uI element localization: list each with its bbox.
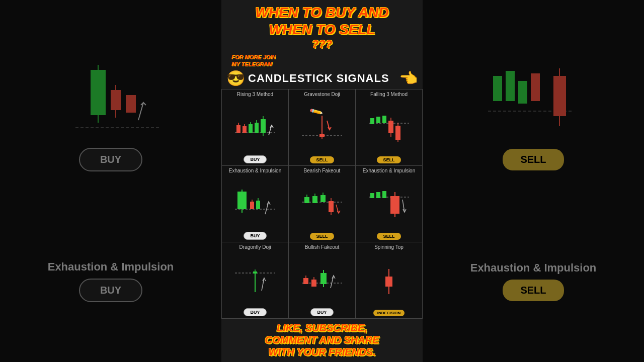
svg-rect-74 — [311, 280, 316, 287]
svg-rect-30 — [319, 134, 325, 137]
cell-title-6: Dragonfly Doji — [239, 244, 271, 250]
svg-rect-19 — [243, 126, 247, 133]
svg-rect-17 — [236, 125, 240, 133]
svg-rect-11 — [531, 73, 540, 101]
bg-right-label: Exhaustion & Impulsion — [470, 261, 597, 275]
candle-area-1: ✏️ — [291, 99, 353, 155]
top-text-area: WHEN TO BUY AND WHEN TO SELL ??? — [221, 0, 423, 53]
svg-rect-64 — [390, 196, 399, 214]
btn-8[interactable]: INDECISION — [373, 310, 405, 316]
bg-left-label: Exhaustion & Impulsion — [48, 260, 174, 274]
svg-rect-51 — [304, 197, 309, 203]
svg-rect-69 — [253, 272, 257, 274]
svg-rect-61 — [370, 193, 374, 198]
header-line1: WHEN TO BUY AND — [226, 4, 418, 21]
bottom-text-area: LIKE, SUBSCRIBE, COMMENT AND SHARE WITH … — [221, 319, 423, 362]
svg-rect-63 — [382, 191, 386, 198]
cell-title-4: Bearish Fakeout — [304, 168, 341, 173]
cell-dragonfly-doji: Dragonfly Doji BUY — [222, 242, 289, 319]
bg-sell-button-2: SELL — [503, 280, 564, 301]
candle-area-4 — [291, 175, 353, 232]
btn-4[interactable]: SELL — [310, 233, 334, 240]
svg-rect-43 — [237, 192, 247, 209]
svg-rect-57 — [329, 201, 334, 212]
svg-rect-9 — [506, 71, 515, 101]
subscribe-line2: COMMENT AND SHARE — [225, 334, 419, 346]
svg-rect-0 — [91, 70, 106, 115]
svg-rect-46 — [250, 202, 254, 209]
cell-title-3: Exhaustion & Impulsion — [229, 168, 282, 173]
cell-bullish-fakeout: Bullish Fakeout BUY — [289, 242, 356, 319]
btn-5[interactable]: SELL — [377, 233, 400, 240]
bg-buy-button-2: BUY — [79, 279, 142, 302]
cool-emoji: 😎 — [226, 69, 245, 87]
svg-rect-3 — [111, 90, 121, 110]
header-row: 😎 CANDLESTICK SIGNALS 👈 — [221, 68, 423, 89]
svg-rect-36 — [388, 121, 393, 133]
cell-title-7: Bullish Fakeout — [305, 244, 339, 250]
candle-area-8 — [358, 251, 420, 309]
header-line3: ??? — [226, 38, 418, 51]
candle-area-7 — [291, 251, 353, 307]
cell-title-0: Rising 3 Method — [237, 92, 273, 97]
pointing-hand-icon: 👈 — [399, 69, 418, 87]
svg-rect-33 — [370, 118, 374, 124]
cell-rising-3-method: Rising 3 Method — [222, 89, 289, 166]
background-left: BUY Exhaustion & Impulsion BUY — [0, 0, 221, 362]
header-line2: WHEN TO SELL — [226, 21, 418, 38]
cell-exhaustion-buy: Exhaustion & Impulsion BUY — [222, 166, 289, 242]
cell-gravestone-doji: Gravestone Doji ✏️ SELL — [289, 89, 356, 166]
subscribe-line3: WITH YOUR FRIENDS. — [225, 346, 419, 358]
svg-rect-23 — [255, 123, 259, 133]
btn-7[interactable]: BUY — [310, 308, 333, 316]
btn-1[interactable]: SELL — [310, 156, 334, 163]
svg-rect-48 — [256, 201, 260, 209]
svg-rect-10 — [518, 81, 527, 104]
telegram-text: FOR MORE JOIN MY TELEGRAM — [231, 53, 276, 68]
subscribe-line1: LIKE, SUBSCRIBE, — [225, 322, 419, 334]
candle-area-3 — [224, 175, 286, 231]
cell-exhaustion-sell: Exhaustion & Impulsion SELL — [356, 166, 423, 242]
cell-title-8: Spinning Top — [374, 244, 404, 250]
svg-rect-39 — [395, 126, 400, 140]
candle-area-2 — [358, 99, 420, 155]
svg-rect-21 — [249, 124, 253, 133]
cell-title-1: Gravestone Doji — [304, 92, 340, 97]
bg-sell-button-1: SELL — [503, 149, 564, 170]
candle-area-6 — [224, 251, 286, 307]
svg-rect-55 — [320, 195, 326, 202]
cell-title-2: Falling 3 Method — [370, 92, 408, 97]
svg-rect-8 — [493, 76, 502, 101]
svg-rect-6 — [126, 95, 136, 113]
candlestick-grid: Rising 3 Method — [221, 89, 423, 319]
candle-area-0 — [224, 99, 286, 154]
candle-area-5 — [358, 175, 420, 232]
btn-2[interactable]: SELL — [377, 156, 400, 163]
svg-rect-25 — [261, 119, 266, 133]
svg-rect-62 — [376, 192, 380, 198]
cell-falling-3-method: Falling 3 Method SELL — [356, 89, 423, 166]
svg-rect-79 — [385, 277, 392, 287]
btn-0[interactable]: BUY — [244, 155, 266, 163]
bg-buy-button-1: BUY — [79, 148, 142, 171]
svg-rect-35 — [382, 116, 386, 123]
candlestick-title: CANDLESTICK SIGNALS — [248, 72, 389, 85]
background-right: SELL Exhaustion & Impulsion SELL — [423, 0, 644, 362]
svg-rect-53 — [312, 196, 317, 203]
cell-spinning-top: Spinning Top INDECISION — [356, 242, 423, 319]
svg-rect-72 — [303, 278, 308, 284]
svg-rect-76 — [320, 273, 327, 284]
btn-3[interactable]: BUY — [244, 232, 266, 240]
svg-rect-34 — [376, 117, 380, 123]
btn-6[interactable]: BUY — [244, 308, 266, 316]
cell-title-5: Exhaustion & Impulsion — [363, 168, 416, 173]
svg-rect-13 — [553, 76, 566, 116]
cell-bearish-fakeout: Bearish Fakeout — [289, 166, 356, 242]
center-panel: WHEN TO BUY AND WHEN TO SELL ??? FOR MOR… — [221, 0, 423, 362]
